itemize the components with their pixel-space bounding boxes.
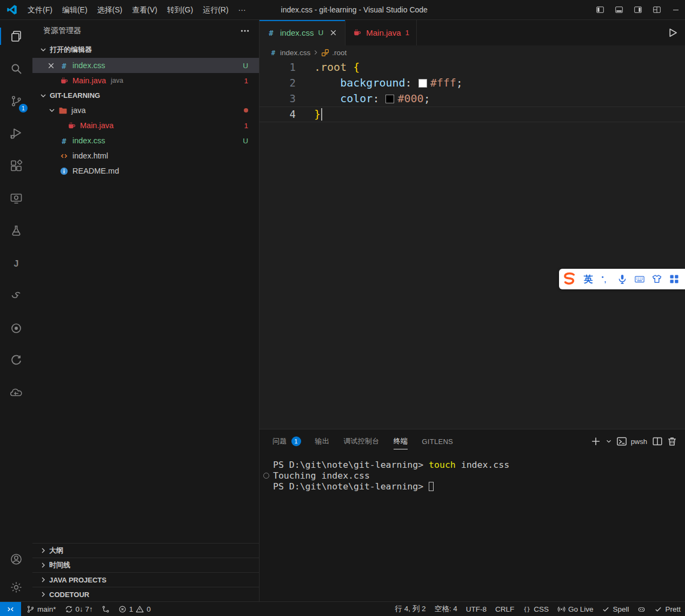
code-line-1[interactable]: 1.root {	[260, 59, 685, 75]
status-problems[interactable]: 10	[114, 602, 155, 616]
menu-item-0[interactable]: 文件(F)	[23, 3, 57, 17]
keyboard-icon[interactable]	[634, 274, 645, 284]
breadcrumb-item-.root[interactable]: .root	[321, 49, 347, 57]
folder-icon	[58, 106, 68, 115]
activity-bar-accounts[interactable]	[0, 545, 32, 573]
status-commit-graph[interactable]	[97, 602, 114, 616]
panel-tab-调试控制台[interactable]: 调试控制台	[343, 429, 380, 453]
new-terminal-button[interactable]	[590, 436, 601, 447]
activity-bar-extensions[interactable]	[0, 150, 32, 182]
tree-item-Main.java[interactable]: Main.java1	[32, 118, 259, 133]
sidebar-section-3[interactable]: CODETOUR	[32, 587, 259, 601]
status-language-mode[interactable]: {}CSS	[518, 602, 553, 616]
chevron-down-icon	[39, 45, 48, 54]
toggle-panel-button[interactable]	[609, 0, 628, 19]
code-line-2[interactable]: 2 background: #fff;	[260, 75, 685, 91]
more-actions-icon[interactable]	[240, 25, 250, 36]
status-encoding[interactable]: UTF-8	[462, 602, 491, 616]
skin-icon[interactable]	[651, 274, 662, 284]
activity-bar-test-runner[interactable]	[0, 312, 32, 345]
status-eol[interactable]: CRLF	[491, 602, 518, 616]
status-git-sync[interactable]: 0↓ 7↑	[61, 602, 97, 616]
terminal[interactable]: PS D:\git\note\git-learning> touch index…	[260, 453, 685, 601]
kill-terminal-button[interactable]	[667, 436, 677, 447]
activity-bar-java[interactable]: J	[0, 247, 32, 280]
minimize-button[interactable]	[666, 0, 685, 19]
status-prettier[interactable]: Prett	[650, 602, 685, 616]
activity-bar-source-control[interactable]: 1	[0, 85, 32, 117]
toolbox-icon[interactable]	[669, 274, 680, 284]
sidebar-section-1[interactable]: 时间线	[32, 558, 259, 572]
breadcrumb-item-index.css[interactable]: #index.css	[269, 49, 310, 57]
breadcrumb: #index.css.root	[260, 45, 685, 59]
tab-index.css[interactable]: #index.cssU	[260, 20, 345, 45]
close-icon[interactable]	[46, 61, 56, 70]
menu-item-1[interactable]: 编辑(E)	[57, 3, 92, 17]
open-editor-index.css[interactable]: #index.cssU	[32, 58, 259, 73]
git-branch-icon	[26, 605, 35, 613]
color-swatch[interactable]	[385, 95, 394, 103]
ime-toolbar[interactable]: 英 ,	[559, 269, 685, 289]
panel-tab-终端[interactable]: 终端	[394, 429, 408, 453]
toggle-primary-sidebar-button[interactable]	[590, 0, 609, 19]
activity-bar-remote-explorer[interactable]	[0, 182, 32, 215]
tree-item-README.md[interactable]: README.md	[32, 163, 259, 178]
ime-mode-indicator[interactable]: 英	[584, 273, 593, 286]
split-terminal-button[interactable]	[652, 436, 663, 447]
activity-bar-search[interactable]	[0, 52, 32, 85]
panel-tab-输出[interactable]: 输出	[315, 429, 330, 453]
status-go-live[interactable]: Go Live	[553, 602, 598, 616]
activity-bar-run-debug[interactable]	[0, 117, 32, 150]
ime-tools: ,	[600, 274, 680, 284]
run-icon[interactable]	[667, 27, 679, 38]
sidebar-section-2[interactable]: JAVA PROJECTS	[32, 572, 259, 587]
open-editors-header[interactable]: 打开的编辑器	[32, 42, 259, 58]
menu-item-4[interactable]: 转到(G)	[162, 3, 198, 17]
tree-item-index.css[interactable]: #index.cssU	[32, 133, 259, 148]
customize-layout-button[interactable]	[647, 0, 666, 19]
code-line-4[interactable]: 4}	[260, 107, 685, 122]
activity-bar-codetour[interactable]	[0, 345, 32, 377]
activity-bar-explorer[interactable]	[0, 20, 32, 52]
plus-icon	[590, 436, 601, 447]
menu-item-6[interactable]: ···	[234, 3, 251, 17]
sogou-logo[interactable]	[561, 271, 577, 287]
status-spell-checker[interactable]: Spell	[597, 602, 633, 616]
activity-bar-testing[interactable]	[0, 215, 32, 247]
status-remote-indicator[interactable]	[0, 602, 21, 616]
close-icon[interactable]	[329, 28, 338, 37]
status-indentation[interactable]: 空格: 4	[430, 602, 462, 616]
command-decoration-icon[interactable]	[263, 473, 269, 479]
broadcast-icon	[557, 605, 566, 613]
mic-icon[interactable]	[617, 274, 628, 284]
color-swatch[interactable]	[418, 79, 427, 88]
panel-tab-问题[interactable]: 问题1	[272, 429, 301, 453]
tab-Main.java[interactable]: Main.java1	[345, 20, 417, 45]
menu-item-3[interactable]: 查看(V)	[127, 3, 162, 17]
shell-name[interactable]: pwsh	[631, 438, 647, 446]
terminal-profile-dropdown[interactable]	[605, 438, 613, 445]
sidebar-section-0[interactable]: 大纲	[32, 543, 259, 558]
panel-tab-GITLENS[interactable]: GITLENS	[422, 429, 453, 453]
status-cursor-position[interactable]: 行 4, 列 2	[391, 602, 430, 616]
target-icon	[10, 322, 23, 335]
menu-item-2[interactable]: 选择(S)	[92, 3, 128, 17]
activity-bar-docker[interactable]	[0, 377, 32, 409]
activity-bar-settings[interactable]	[0, 573, 32, 601]
activity-bar-gradle[interactable]	[0, 280, 32, 312]
punctuation-icon[interactable]: ,	[600, 274, 610, 284]
tree-item-index.html[interactable]: index.html	[32, 148, 259, 163]
status-copilot[interactable]	[633, 602, 650, 616]
menu-item-5[interactable]: 运行(R)	[198, 3, 233, 17]
testing-icon	[10, 224, 23, 237]
toggle-secondary-sidebar-button[interactable]	[628, 0, 647, 19]
workspace-root-header[interactable]: GIT-LEARNING	[32, 88, 259, 103]
status-git-branch[interactable]: main*	[22, 602, 61, 616]
code-line-3[interactable]: 3 color: #000;	[260, 91, 685, 107]
tree-item-java[interactable]: java	[32, 103, 259, 118]
trash-icon	[667, 436, 677, 447]
code-editor[interactable]: 1.root {2 background: #fff;3 color: #000…	[260, 59, 685, 429]
search-icon	[10, 62, 23, 75]
open-editor-Main.java[interactable]: Main.javajava1	[32, 73, 259, 88]
settings-gear-icon	[10, 581, 23, 594]
